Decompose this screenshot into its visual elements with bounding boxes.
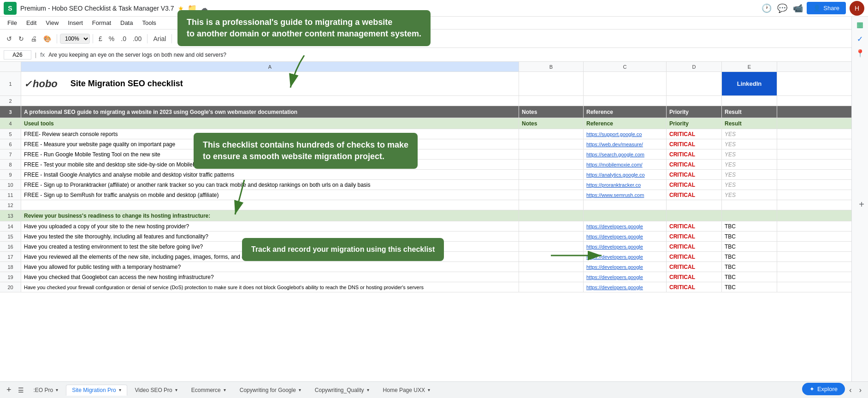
cell-4d[interactable]: Priority <box>667 118 722 129</box>
dec-decrease-button[interactable]: .0 <box>118 33 129 44</box>
cell-13d[interactable] <box>667 210 722 221</box>
cell-13b[interactable] <box>519 210 584 221</box>
cell-5c[interactable]: https://support.google.co <box>584 129 667 139</box>
tab-copywriting-google[interactable]: Copywriting for Google ▾ <box>234 385 307 396</box>
cell-4e[interactable]: Result <box>722 118 777 129</box>
cell-18e[interactable]: TBC <box>722 262 777 272</box>
cell-11c[interactable]: https://www.semrush.com <box>584 190 667 200</box>
cell-16d[interactable]: CRITICAL <box>667 242 722 251</box>
tab-nav-prev[interactable]: ‹ <box>846 385 854 395</box>
cell-12e[interactable] <box>722 200 777 210</box>
cell-10d[interactable]: CRITICAL <box>667 180 722 190</box>
cell-3b[interactable]: Notes <box>519 106 584 118</box>
add-sheet-button[interactable]: + <box>4 384 14 396</box>
cell-16e[interactable]: TBC <box>722 242 777 251</box>
cell-14b[interactable] <box>519 221 584 231</box>
font-button[interactable]: Arial <box>150 33 169 44</box>
cell-19c[interactable]: https://developers.google <box>584 272 667 282</box>
menu-view[interactable]: View <box>42 18 62 27</box>
cell-2c[interactable] <box>584 96 667 106</box>
currency-button[interactable]: £ <box>96 33 105 44</box>
share-button[interactable]: 👤 Share <box>807 2 846 14</box>
tab-nav-next[interactable]: › <box>856 385 864 395</box>
cell-11e[interactable]: YES <box>722 190 777 200</box>
dec-increase-button[interactable]: .00 <box>130 33 144 44</box>
cell-4b[interactable]: Notes <box>519 118 584 129</box>
cell-20d[interactable]: CRITICAL <box>667 282 722 292</box>
cell-5e[interactable]: YES <box>722 129 777 139</box>
cell-4a[interactable]: Useul tools <box>21 118 519 129</box>
cell-11a[interactable]: FREE - Sign up to SemRush for traffic an… <box>21 190 519 200</box>
cell-13e[interactable] <box>722 210 777 221</box>
paintformat-button[interactable]: 🎨 <box>41 33 54 44</box>
cell-15b[interactable] <box>519 232 584 241</box>
cell-6e[interactable]: YES <box>722 139 777 149</box>
cell-9e[interactable]: YES <box>722 170 777 179</box>
chat-icon[interactable]: 💬 <box>777 3 787 13</box>
cell-4c[interactable]: Reference <box>584 118 667 129</box>
cell-2a[interactable] <box>21 96 519 106</box>
cell-10b[interactable] <box>519 180 584 190</box>
col-header-c[interactable]: C <box>584 62 667 71</box>
cell-3c[interactable]: Reference <box>584 106 667 118</box>
cell-18d[interactable]: CRITICAL <box>667 262 722 272</box>
redo-button[interactable]: ↻ <box>16 33 27 44</box>
explore-button[interactable]: ✦ Explore <box>802 383 845 395</box>
cell-15d[interactable]: CRITICAL <box>667 232 722 241</box>
cell-3a[interactable]: A professional SEO guide to migrating a … <box>21 106 519 118</box>
menu-edit[interactable]: Edit <box>23 18 40 27</box>
cell-7b[interactable] <box>519 149 584 159</box>
cell-8e[interactable]: YES <box>722 160 777 169</box>
cell-18a[interactable]: Have you allowed for public testing with… <box>21 262 519 272</box>
cell-2b[interactable] <box>519 96 584 106</box>
undo-button[interactable]: ↺ <box>4 33 15 44</box>
cell-1a[interactable]: ✓hobo Site Migration SEO checklist <box>21 72 519 95</box>
print-button[interactable]: 🖨 <box>28 33 40 44</box>
cell-11d[interactable]: CRITICAL <box>667 190 722 200</box>
cell-8d[interactable]: CRITICAL <box>667 160 722 169</box>
cell-7c[interactable]: https://search.google.com <box>584 149 667 159</box>
cell-8b[interactable] <box>519 160 584 169</box>
cell-9b[interactable] <box>519 170 584 179</box>
col-header-a[interactable]: A <box>21 62 519 71</box>
maps-icon[interactable]: 📍 <box>856 49 865 58</box>
cell-12c[interactable] <box>584 200 667 210</box>
cell-14c[interactable]: https://developers.google <box>584 221 667 231</box>
cell-1b[interactable] <box>519 72 584 95</box>
cell-reference[interactable] <box>4 50 31 59</box>
formula-input[interactable]: Are you keeping an eye on the server log… <box>48 52 864 58</box>
cell-9c[interactable]: https://analytics.google.co <box>584 170 667 179</box>
cell-14d[interactable]: CRITICAL <box>667 221 722 231</box>
sheet-menu-button[interactable]: ☰ <box>16 386 26 395</box>
history-icon[interactable]: 🕐 <box>762 3 772 13</box>
zoom-select[interactable]: 100% <box>60 34 90 44</box>
cell-3e[interactable]: Result <box>722 106 777 118</box>
cell-14e[interactable]: TBC <box>722 221 777 231</box>
cell-8c[interactable]: https://mobilemoxie.com/ <box>584 160 667 169</box>
cell-13c[interactable] <box>584 210 667 221</box>
percent-button[interactable]: % <box>106 33 117 44</box>
cell-17e[interactable]: TBC <box>722 252 777 261</box>
col-header-d[interactable]: D <box>667 62 722 71</box>
tab-seo-pro[interactable]: :EO Pro ▾ <box>28 385 65 396</box>
cell-12b[interactable] <box>519 200 584 210</box>
cell-20e[interactable]: TBC <box>722 282 777 292</box>
cell-6b[interactable] <box>519 139 584 149</box>
menu-file[interactable]: File <box>4 18 21 27</box>
check-icon[interactable]: ✓ <box>857 35 863 43</box>
tab-video-seo-pro[interactable]: Video SEO Pro ▾ <box>129 385 183 396</box>
cell-6c[interactable]: https://web.dev/measure/ <box>584 139 667 149</box>
cell-1e-linkedin[interactable]: LinkedIn <box>722 72 777 95</box>
col-header-b[interactable]: B <box>519 62 584 71</box>
tab-ecommerce[interactable]: Ecommerce ▾ <box>185 385 232 396</box>
cell-1d[interactable] <box>667 72 722 95</box>
cell-3d[interactable]: Priority <box>667 106 722 118</box>
cell-2d[interactable] <box>667 96 722 106</box>
cell-19a[interactable]: Have you checked that Googlebot can acce… <box>21 272 519 282</box>
cell-10e[interactable]: YES <box>722 180 777 190</box>
menu-data[interactable]: Data <box>117 18 136 27</box>
cell-15c[interactable]: https://developers.google <box>584 232 667 241</box>
cell-6d[interactable]: CRITICAL <box>667 139 722 149</box>
cell-20b[interactable] <box>519 282 584 292</box>
tab-copywriting-quality[interactable]: Copywriting_Quality ▾ <box>309 385 375 396</box>
